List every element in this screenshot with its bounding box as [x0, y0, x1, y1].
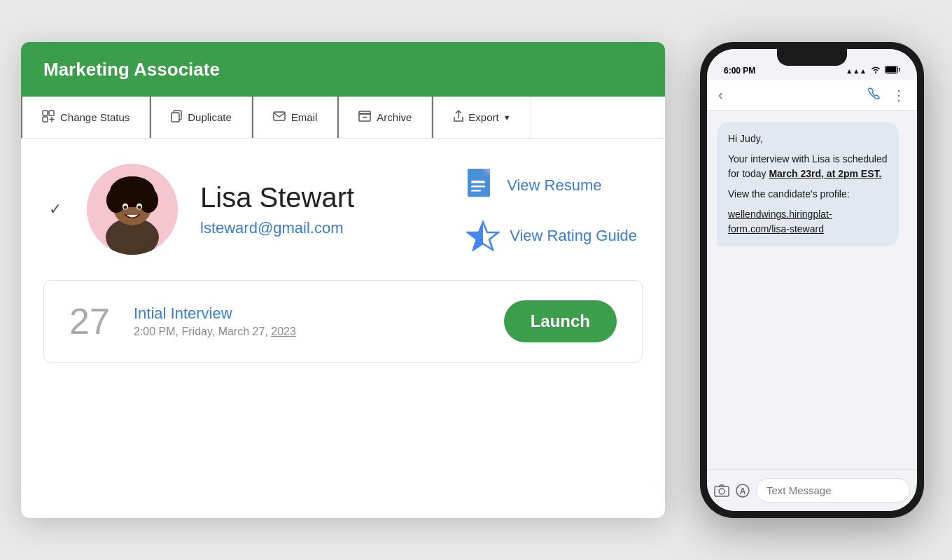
phone-notch — [777, 49, 847, 66]
message-bubble: Hi Judy, Your interview with Lisa is sch… — [717, 122, 899, 246]
launch-button[interactable]: Launch — [504, 300, 617, 342]
duplicate-label: Duplicate — [188, 111, 232, 123]
svg-rect-28 — [471, 190, 481, 192]
candidate-avatar — [87, 164, 178, 255]
change-status-icon — [42, 110, 55, 125]
export-icon — [453, 110, 464, 125]
more-options-icon[interactable]: ⋮ — [892, 87, 906, 104]
interview-time: 2:00 PM, Friday, March 27, 2023 — [134, 326, 482, 338]
change-status-button[interactable]: Change Status — [21, 97, 150, 138]
svg-rect-27 — [471, 186, 485, 188]
svg-rect-0 — [43, 111, 48, 115]
view-rating-link[interactable]: View Rating Guide — [466, 220, 637, 251]
interview-title: Intial Interview — [134, 304, 482, 323]
svg-rect-7 — [274, 112, 285, 120]
camera-button[interactable] — [714, 479, 729, 503]
svg-rect-35 — [715, 486, 729, 496]
email-label: Email — [291, 111, 318, 123]
export-label: Export — [468, 111, 498, 123]
export-chevron: ▼ — [503, 113, 511, 122]
duplicate-icon — [171, 110, 182, 125]
phone-time: 6:00 PM — [724, 66, 755, 76]
svg-rect-34 — [886, 67, 897, 73]
back-button[interactable]: ‹ — [718, 87, 723, 103]
view-resume-label: View Resume — [507, 176, 601, 195]
interview-details: Intial Interview 2:00 PM, Friday, March … — [134, 304, 482, 338]
message-highlight: March 23rd, at 2pm EST. — [769, 168, 881, 179]
duplicate-button[interactable]: Duplicate — [150, 97, 252, 138]
archive-button[interactable]: Archive — [337, 97, 432, 138]
phone: 6:00 PM ▲▲▲ — [693, 28, 931, 532]
phone-nav-bar: ‹ ⋮ — [707, 80, 917, 111]
send-button[interactable] — [916, 479, 917, 502]
archive-icon — [358, 111, 371, 125]
status-icons: ▲▲▲ — [846, 66, 900, 76]
svg-rect-9 — [359, 111, 370, 114]
svg-point-36 — [719, 489, 724, 494]
wifi-icon — [871, 66, 881, 76]
ats-toolbar: Change Status Duplicate — [21, 97, 665, 139]
rating-star-icon — [466, 220, 500, 251]
svg-rect-1 — [49, 111, 54, 115]
export-button[interactable]: Export ▼ — [432, 97, 531, 138]
change-status-label: Change Status — [60, 111, 130, 123]
svg-point-22 — [138, 206, 141, 209]
candidate-section: ✓ — [21, 139, 665, 269]
message-line1: Your interview with Lisa is scheduled fo… — [728, 152, 888, 181]
svg-rect-6 — [172, 113, 179, 122]
signal-icon: ▲▲▲ — [846, 67, 867, 75]
interview-day: 27 — [69, 300, 111, 342]
ats-title: Marketing Associate — [43, 59, 220, 80]
phone-outer: 6:00 PM ▲▲▲ — [700, 42, 924, 518]
svg-point-39 — [916, 486, 917, 495]
svg-point-21 — [124, 206, 127, 209]
battery-icon — [885, 66, 900, 76]
message-link: wellendwings.hiringplat-form.com/lisa-st… — [728, 207, 888, 237]
svg-point-18 — [113, 176, 152, 199]
candidate-info: Lisa Stewart lsteward@gmail.com — [200, 182, 444, 237]
view-resume-link[interactable]: View Resume — [466, 167, 601, 204]
interview-year: 2023 — [271, 326, 296, 337]
candidate-name: Lisa Stewart — [200, 182, 444, 214]
phone-call-icon[interactable] — [868, 87, 881, 103]
message-line2: View the candidate's profile: — [728, 187, 888, 202]
email-icon — [273, 111, 286, 124]
archive-label: Archive — [377, 111, 412, 123]
svg-text:A: A — [740, 486, 746, 496]
svg-rect-2 — [43, 117, 48, 122]
text-message-input[interactable] — [756, 478, 910, 503]
messages-area: Hi Judy, Your interview with Lisa is sch… — [707, 111, 917, 469]
message-greeting: Hi Judy, — [728, 132, 888, 146]
svg-rect-25 — [483, 169, 490, 176]
phone-inner: 6:00 PM ▲▲▲ — [707, 49, 917, 511]
resume-doc-icon — [466, 167, 497, 204]
select-checkmark[interactable]: ✓ — [49, 200, 62, 218]
nav-action-icons: ⋮ — [868, 87, 906, 104]
email-button[interactable]: Email — [252, 97, 338, 138]
interview-card: 27 Intial Interview 2:00 PM, Friday, Mar… — [43, 280, 643, 363]
ats-header: Marketing Associate — [21, 42, 665, 97]
candidate-email: lsteward@gmail.com — [200, 219, 444, 237]
ats-card: Marketing Associate Change Status — [21, 42, 665, 518]
phone-input-bar: A — [707, 469, 917, 511]
candidate-actions: View Resume View Rating Guide — [466, 167, 637, 251]
apps-button[interactable]: A — [735, 479, 750, 503]
view-rating-label: View Rating Guide — [510, 227, 637, 245]
